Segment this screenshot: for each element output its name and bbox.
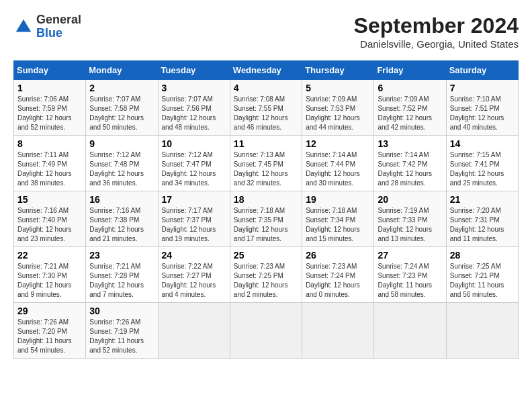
day-number: 13: [378, 138, 442, 149]
day-info: Sunrise: 7:23 AM Sunset: 7:24 PM Dayligh…: [306, 262, 370, 300]
day-number: 14: [450, 138, 515, 149]
calendar-cell: 26Sunrise: 7:23 AM Sunset: 7:24 PM Dayli…: [302, 247, 374, 303]
calendar-cell: 21Sunrise: 7:20 AM Sunset: 7:31 PM Dayli…: [446, 191, 518, 247]
day-info: Sunrise: 7:14 AM Sunset: 7:42 PM Dayligh…: [378, 150, 442, 188]
day-info: Sunrise: 7:17 AM Sunset: 7:37 PM Dayligh…: [162, 206, 226, 244]
calendar-week-2: 8Sunrise: 7:11 AM Sunset: 7:49 PM Daylig…: [14, 136, 519, 191]
day-info: Sunrise: 7:11 AM Sunset: 7:49 PM Dayligh…: [17, 150, 82, 188]
day-number: 18: [234, 194, 298, 205]
day-number: 8: [17, 138, 82, 149]
calendar-cell: 16Sunrise: 7:16 AM Sunset: 7:38 PM Dayli…: [86, 191, 158, 247]
calendar-cell: 2Sunrise: 7:07 AM Sunset: 7:58 PM Daylig…: [86, 80, 158, 136]
day-header-saturday: Saturday: [446, 61, 518, 80]
day-info: Sunrise: 7:09 AM Sunset: 7:53 PM Dayligh…: [306, 95, 370, 132]
day-info: Sunrise: 7:14 AM Sunset: 7:44 PM Dayligh…: [306, 150, 370, 188]
calendar-cell: 1Sunrise: 7:06 AM Sunset: 7:59 PM Daylig…: [14, 80, 86, 136]
day-info: Sunrise: 7:08 AM Sunset: 7:55 PM Dayligh…: [234, 95, 298, 132]
logo-blue: Blue: [36, 26, 62, 40]
days-header-row: SundayMondayTuesdayWednesdayThursdayFrid…: [14, 61, 519, 80]
calendar-cell: [158, 303, 230, 359]
day-number: 25: [234, 250, 298, 261]
day-number: 21: [450, 194, 515, 205]
day-info: Sunrise: 7:20 AM Sunset: 7:31 PM Dayligh…: [450, 206, 515, 244]
day-number: 30: [89, 306, 154, 316]
day-header-monday: Monday: [86, 61, 158, 80]
calendar-cell: 15Sunrise: 7:16 AM Sunset: 7:40 PM Dayli…: [14, 191, 86, 247]
svg-marker-0: [16, 19, 32, 32]
calendar-cell: 28Sunrise: 7:25 AM Sunset: 7:21 PM Dayli…: [446, 247, 518, 303]
day-number: 28: [450, 250, 515, 261]
page-header: General Blue September 2024 Danielsville…: [13, 13, 519, 50]
day-number: 12: [306, 138, 370, 149]
calendar-cell: 12Sunrise: 7:14 AM Sunset: 7:44 PM Dayli…: [302, 136, 374, 191]
day-number: 16: [89, 194, 154, 205]
day-info: Sunrise: 7:26 AM Sunset: 7:19 PM Dayligh…: [89, 318, 154, 355]
calendar-week-4: 22Sunrise: 7:21 AM Sunset: 7:30 PM Dayli…: [14, 247, 519, 303]
day-header-tuesday: Tuesday: [158, 61, 230, 80]
day-info: Sunrise: 7:09 AM Sunset: 7:52 PM Dayligh…: [378, 95, 442, 132]
calendar-cell: 6Sunrise: 7:09 AM Sunset: 7:52 PM Daylig…: [374, 80, 446, 136]
day-number: 6: [378, 83, 442, 93]
day-number: 10: [162, 138, 226, 149]
day-number: 11: [234, 138, 298, 149]
day-number: 17: [162, 194, 226, 205]
calendar-cell: 14Sunrise: 7:15 AM Sunset: 7:41 PM Dayli…: [446, 136, 518, 191]
calendar-cell: 22Sunrise: 7:21 AM Sunset: 7:30 PM Dayli…: [14, 247, 86, 303]
day-header-thursday: Thursday: [302, 61, 374, 80]
calendar-cell: 27Sunrise: 7:24 AM Sunset: 7:23 PM Dayli…: [374, 247, 446, 303]
day-number: 24: [162, 250, 226, 261]
calendar-cell: [374, 303, 446, 359]
calendar-cell: 7Sunrise: 7:10 AM Sunset: 7:51 PM Daylig…: [446, 80, 518, 136]
day-info: Sunrise: 7:19 AM Sunset: 7:33 PM Dayligh…: [378, 206, 442, 244]
day-info: Sunrise: 7:23 AM Sunset: 7:25 PM Dayligh…: [234, 262, 298, 300]
calendar-cell: 9Sunrise: 7:12 AM Sunset: 7:48 PM Daylig…: [86, 136, 158, 191]
logo-icon: [13, 17, 34, 37]
day-header-sunday: Sunday: [14, 61, 86, 80]
page-title: September 2024: [354, 13, 519, 38]
calendar-cell: 25Sunrise: 7:23 AM Sunset: 7:25 PM Dayli…: [230, 247, 302, 303]
calendar-cell: 30Sunrise: 7:26 AM Sunset: 7:19 PM Dayli…: [86, 303, 158, 359]
calendar-cell: 5Sunrise: 7:09 AM Sunset: 7:53 PM Daylig…: [302, 80, 374, 136]
day-info: Sunrise: 7:06 AM Sunset: 7:59 PM Dayligh…: [17, 95, 82, 132]
day-info: Sunrise: 7:18 AM Sunset: 7:35 PM Dayligh…: [234, 206, 298, 244]
day-info: Sunrise: 7:12 AM Sunset: 7:47 PM Dayligh…: [162, 150, 226, 188]
day-number: 20: [378, 194, 442, 205]
day-number: 4: [234, 83, 298, 93]
day-number: 7: [450, 83, 515, 93]
calendar-cell: 20Sunrise: 7:19 AM Sunset: 7:33 PM Dayli…: [374, 191, 446, 247]
calendar-cell: 4Sunrise: 7:08 AM Sunset: 7:55 PM Daylig…: [230, 80, 302, 136]
day-number: 3: [162, 83, 226, 93]
day-number: 5: [306, 83, 370, 93]
day-info: Sunrise: 7:25 AM Sunset: 7:21 PM Dayligh…: [450, 262, 515, 300]
calendar-cell: 11Sunrise: 7:13 AM Sunset: 7:45 PM Dayli…: [230, 136, 302, 191]
calendar-cell: 18Sunrise: 7:18 AM Sunset: 7:35 PM Dayli…: [230, 191, 302, 247]
day-number: 2: [89, 83, 154, 93]
calendar-week-3: 15Sunrise: 7:16 AM Sunset: 7:40 PM Dayli…: [14, 191, 519, 247]
day-info: Sunrise: 7:13 AM Sunset: 7:45 PM Dayligh…: [234, 150, 298, 188]
day-info: Sunrise: 7:16 AM Sunset: 7:40 PM Dayligh…: [17, 206, 82, 244]
calendar-cell: [302, 303, 374, 359]
day-header-wednesday: Wednesday: [230, 61, 302, 80]
day-info: Sunrise: 7:22 AM Sunset: 7:27 PM Dayligh…: [162, 262, 226, 300]
calendar-cell: 8Sunrise: 7:11 AM Sunset: 7:49 PM Daylig…: [14, 136, 86, 191]
day-number: 27: [378, 250, 442, 261]
calendar-week-5: 29Sunrise: 7:26 AM Sunset: 7:20 PM Dayli…: [14, 303, 519, 359]
logo-text: General Blue: [36, 13, 81, 40]
day-number: 22: [17, 250, 82, 261]
day-info: Sunrise: 7:12 AM Sunset: 7:48 PM Dayligh…: [89, 150, 154, 188]
calendar-cell: 10Sunrise: 7:12 AM Sunset: 7:47 PM Dayli…: [158, 136, 230, 191]
calendar-table: SundayMondayTuesdayWednesdayThursdayFrid…: [13, 60, 519, 359]
logo-general: General: [36, 13, 81, 26]
page-subtitle: Danielsville, Georgia, United States: [354, 38, 519, 50]
calendar-cell: 19Sunrise: 7:18 AM Sunset: 7:34 PM Dayli…: [302, 191, 374, 247]
calendar-cell: 17Sunrise: 7:17 AM Sunset: 7:37 PM Dayli…: [158, 191, 230, 247]
day-number: 15: [17, 194, 82, 205]
calendar-cell: 24Sunrise: 7:22 AM Sunset: 7:27 PM Dayli…: [158, 247, 230, 303]
calendar-cell: 23Sunrise: 7:21 AM Sunset: 7:28 PM Dayli…: [86, 247, 158, 303]
calendar-week-1: 1Sunrise: 7:06 AM Sunset: 7:59 PM Daylig…: [14, 80, 519, 136]
day-info: Sunrise: 7:15 AM Sunset: 7:41 PM Dayligh…: [450, 150, 515, 188]
day-info: Sunrise: 7:21 AM Sunset: 7:28 PM Dayligh…: [89, 262, 154, 300]
day-info: Sunrise: 7:26 AM Sunset: 7:20 PM Dayligh…: [17, 318, 82, 355]
day-number: 29: [17, 306, 82, 316]
day-info: Sunrise: 7:10 AM Sunset: 7:51 PM Dayligh…: [450, 95, 515, 132]
